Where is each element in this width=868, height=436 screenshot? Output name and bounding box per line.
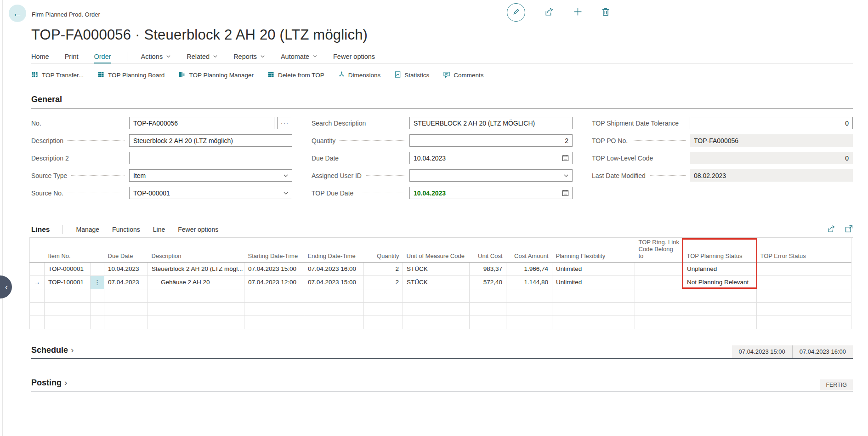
- field-description-2: Description 2: [31, 152, 292, 164]
- col-top-rtng-link-code[interactable]: TOP Rtng. Link Code Belong to: [635, 238, 683, 262]
- left-edge-divider: [2, 0, 3, 436]
- col-top-error-status[interactable]: TOP Error Status: [757, 238, 851, 262]
- schedule-heading[interactable]: Schedule›: [31, 345, 74, 358]
- row-arrow-icon: →: [34, 279, 40, 286]
- tab-related[interactable]: Related: [187, 53, 218, 63]
- col-due-date[interactable]: Due Date: [104, 238, 148, 262]
- tab-reports[interactable]: Reports: [233, 53, 265, 63]
- cell-ending[interactable]: 07.04.2023 16:00: [304, 262, 364, 275]
- calendar-icon[interactable]: [562, 189, 569, 196]
- calendar-icon[interactable]: [562, 155, 569, 161]
- general-section-header[interactable]: General: [31, 95, 853, 109]
- row-selector-cell[interactable]: [30, 262, 45, 275]
- cell-top-error-status[interactable]: [757, 275, 851, 289]
- lines-fewer-options-button[interactable]: Fewer options: [178, 226, 218, 233]
- chevron-down-icon[interactable]: [283, 190, 289, 196]
- cell-top-error-status[interactable]: [757, 262, 851, 275]
- share-icon: [545, 7, 554, 17]
- cell-starting[interactable]: 07.04.2023 12:00: [244, 275, 304, 289]
- cell-description[interactable]: Steuerblock 2 AH 20 (LTZ mögl...: [148, 262, 244, 275]
- cell-planning-flexibility[interactable]: Unlimited: [552, 262, 635, 275]
- field-top-po-no: TOP PO No.: [592, 134, 853, 147]
- tab-print[interactable]: Print: [65, 53, 79, 63]
- row-menu-cell[interactable]: [91, 262, 104, 275]
- cell-uom[interactable]: STÜCK: [403, 262, 470, 275]
- search-description-input[interactable]: [410, 117, 572, 129]
- new-button[interactable]: [573, 7, 582, 17]
- cell-description[interactable]: Gehäuse 2 AH 20: [148, 275, 244, 289]
- cell-cost-amount[interactable]: 1.966,74: [506, 262, 552, 275]
- page-title: TOP-FA000056 · Steuerblock 2 AH 20 (LTZ …: [31, 27, 868, 43]
- cmd-top-planning-board[interactable]: TOP Planning Board: [97, 71, 165, 80]
- chevron-down-icon[interactable]: [563, 173, 569, 178]
- cell-top-planning-status[interactable]: Unplanned: [683, 262, 757, 275]
- chevron-down-icon[interactable]: [283, 173, 289, 178]
- cell-top-rtng-link[interactable]: [635, 262, 683, 275]
- assist-edit-button[interactable]: ···: [277, 117, 292, 129]
- back-button[interactable]: ←: [9, 5, 26, 22]
- description-input[interactable]: [130, 135, 292, 146]
- cell-top-rtng-link[interactable]: [635, 275, 683, 289]
- due-date-input[interactable]: [410, 152, 562, 164]
- empty-row: [30, 302, 851, 316]
- cell-ending[interactable]: 07.04.2023 15:00: [304, 275, 364, 289]
- edit-button[interactable]: [507, 3, 525, 22]
- cell-starting[interactable]: 07.04.2023 15:00: [244, 262, 304, 275]
- col-cost-amount[interactable]: Cost Amount: [506, 238, 552, 262]
- lines-menu-manage[interactable]: Manage: [76, 226, 99, 233]
- tab-automate[interactable]: Automate: [281, 53, 318, 63]
- cell-cost-amount[interactable]: 1.144,80: [506, 275, 552, 289]
- lines-menu-line[interactable]: Line: [153, 226, 165, 233]
- cell-quantity[interactable]: 2: [364, 275, 403, 289]
- cell-unit-cost[interactable]: 572,40: [470, 275, 506, 289]
- open-in-new-window-button[interactable]: [845, 225, 853, 234]
- col-planning-flexibility[interactable]: Planning Flexibility: [552, 238, 635, 262]
- row-menu-cell[interactable]: ⋮: [91, 275, 104, 289]
- fewer-options-button[interactable]: Fewer options: [333, 53, 375, 63]
- cell-item-no[interactable]: TOP-000001: [45, 262, 91, 275]
- cell-top-planning-status[interactable]: Not Planning Relevant: [683, 275, 757, 289]
- top-shipment-date-tolerance-input[interactable]: [690, 117, 852, 129]
- share-button[interactable]: [545, 7, 554, 17]
- cmd-statistics[interactable]: Statistics: [394, 71, 429, 80]
- source-type-select[interactable]: [130, 170, 283, 181]
- cmd-top-planning-manager[interactable]: TOP Planning Manager: [178, 71, 254, 80]
- cell-due-date[interactable]: 07.04.2023: [104, 275, 148, 289]
- tab-home[interactable]: Home: [31, 53, 49, 63]
- col-item-no[interactable]: Item No.: [45, 238, 91, 262]
- cmd-dimensions[interactable]: Dimensions: [338, 71, 381, 80]
- assigned-user-id-select[interactable]: [410, 170, 563, 181]
- cell-due-date[interactable]: 10.04.2023: [104, 262, 148, 275]
- share-lines-button[interactable]: [827, 225, 836, 234]
- col-starting-date-time[interactable]: Starting Date-Time: [244, 238, 304, 262]
- col-description[interactable]: Description: [148, 238, 244, 262]
- cell-uom[interactable]: STÜCK: [403, 275, 470, 289]
- schedule-start-value: 07.04.2023 15:00: [732, 345, 792, 358]
- general-fields: No. ··· Description Description 2 Source…: [31, 117, 853, 199]
- ellipsis-icon: ···: [281, 119, 289, 127]
- cmd-top-transfer[interactable]: TOP Transfer...: [31, 71, 84, 80]
- cell-quantity[interactable]: 2: [364, 262, 403, 275]
- cmd-delete-from-top[interactable]: Delete from TOP: [267, 71, 324, 80]
- quantity-input[interactable]: [410, 135, 572, 146]
- cell-item-no[interactable]: TOP-100001: [45, 275, 91, 289]
- trash-icon: [601, 7, 610, 17]
- col-top-planning-status[interactable]: TOP Planning Status: [683, 238, 757, 262]
- delete-button[interactable]: [601, 7, 610, 17]
- no-input[interactable]: [130, 117, 274, 129]
- tab-order[interactable]: Order: [94, 53, 111, 63]
- lines-menu-functions[interactable]: Functions: [112, 226, 140, 233]
- col-unit-of-measure-code[interactable]: Unit of Measure Code: [403, 238, 470, 262]
- col-ending-date-time[interactable]: Ending Date-Time: [304, 238, 364, 262]
- cell-planning-flexibility[interactable]: Unlimited: [552, 275, 635, 289]
- source-no-select[interactable]: [130, 187, 283, 199]
- description-2-input[interactable]: [130, 152, 292, 164]
- col-quantity[interactable]: Quantity: [364, 238, 403, 262]
- panel-collapse-button[interactable]: ‹: [0, 275, 12, 298]
- cmd-comments[interactable]: Comments: [443, 71, 483, 80]
- tab-actions[interactable]: Actions: [141, 53, 171, 63]
- cell-unit-cost[interactable]: 983,37: [470, 262, 506, 275]
- col-unit-cost[interactable]: Unit Cost: [470, 238, 506, 262]
- top-due-date-input[interactable]: [410, 187, 562, 199]
- posting-heading[interactable]: Posting›: [31, 378, 67, 391]
